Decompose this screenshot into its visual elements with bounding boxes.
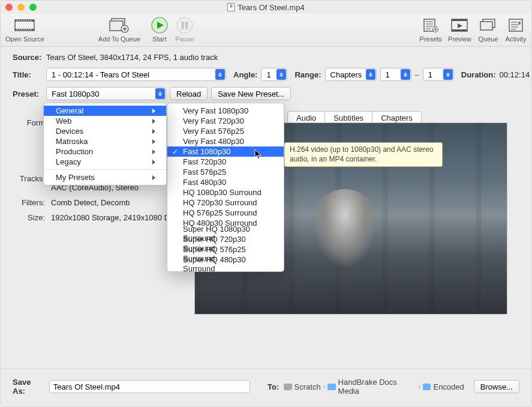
- preview-icon: [449, 16, 470, 34]
- destination-breadcrumb[interactable]: Scratch › HandBrake Docs Media › Encoded: [284, 378, 464, 396]
- cursor-icon: [254, 149, 263, 160]
- submenu-item[interactable]: Fast 1080p30: [167, 146, 284, 157]
- preview-label: Preview: [448, 35, 471, 43]
- breadcrumb-item: HandBrake Docs Media: [338, 378, 416, 396]
- queue-icon: [477, 16, 499, 34]
- to-label: To:: [267, 382, 279, 391]
- chevron-right-icon: [152, 109, 155, 113]
- svg-rect-24: [185, 22, 188, 29]
- presets-label: Presets: [420, 35, 442, 43]
- preset-category-menu: General Web Devices Matroska Production …: [43, 103, 167, 185]
- preset-label: Preset:: [13, 89, 43, 98]
- source-label: Source:: [13, 53, 43, 62]
- submenu-item[interactable]: Very Fast 480p30: [167, 136, 284, 146]
- menu-item-legacy[interactable]: Legacy: [44, 157, 166, 167]
- svg-rect-3: [16, 20, 17, 22]
- svg-rect-12: [21, 29, 22, 31]
- add-to-queue-button[interactable]: Add To Queue: [98, 16, 140, 43]
- dropdown-arrow-icon: [401, 69, 410, 80]
- submenu-item[interactable]: Super HQ 480p30 Surround: [167, 259, 284, 269]
- chevron-right-icon: [152, 129, 155, 134]
- svg-rect-13: [23, 29, 25, 31]
- toolbar: Open Source Add To Queue Start Pause Pre…: [1, 14, 531, 47]
- menu-item-my-presets[interactable]: My Presets: [44, 172, 166, 182]
- size-label: Size:: [13, 213, 51, 222]
- pause-label: Pause: [175, 35, 194, 43]
- window-title: Tears Of Steel.mp4: [1, 3, 531, 12]
- queue-label: Queue: [478, 35, 498, 43]
- submenu-item[interactable]: Very Fast 720p30: [167, 116, 284, 126]
- chevron-right-icon: [152, 160, 155, 164]
- pause-icon: [174, 16, 196, 34]
- svg-rect-29: [452, 29, 467, 31]
- svg-rect-15: [28, 29, 29, 31]
- preview-button[interactable]: Preview: [448, 16, 471, 43]
- activity-icon: [505, 16, 527, 34]
- angle-label: Angle:: [233, 70, 257, 79]
- preset-submenu-general: Very Fast 1080p30Very Fast 720p30Very Fa…: [167, 103, 284, 272]
- submenu-item[interactable]: Fast 720p30: [167, 157, 284, 167]
- start-button[interactable]: Start: [149, 16, 170, 43]
- source-value: Tears Of Steel, 3840x1714, 24 FPS, 1 aud…: [46, 53, 218, 62]
- filters-value: Comb Detect, Decomb: [51, 198, 130, 207]
- presets-icon: [420, 16, 441, 34]
- svg-rect-14: [26, 29, 27, 31]
- reload-button[interactable]: Reload: [170, 87, 208, 100]
- title-label: Title:: [13, 70, 43, 79]
- svg-rect-23: [182, 22, 184, 29]
- submenu-item[interactable]: Fast 576p25: [167, 167, 284, 177]
- dropdown-arrow-icon: [215, 69, 225, 80]
- size-value: 1920x1080 Storage, 2419x1080 Dis: [51, 213, 175, 222]
- window-title-text: Tears Of Steel.mp4: [238, 3, 304, 12]
- menu-item-web[interactable]: Web: [44, 116, 166, 126]
- chevron-right-icon: [152, 149, 155, 154]
- duration-label: Duration:: [461, 70, 496, 79]
- save-as-label: Save As:: [13, 378, 44, 396]
- activity-button[interactable]: Activity: [505, 16, 527, 43]
- save-new-preset-button[interactable]: Save New Preset...: [211, 87, 291, 100]
- svg-rect-4: [19, 20, 20, 22]
- submenu-item[interactable]: HQ 576p25 Surround: [167, 208, 284, 218]
- chevron-right-icon: [152, 175, 155, 180]
- titlebar: Tears Of Steel.mp4: [1, 1, 531, 14]
- menu-item-matroska[interactable]: Matroska: [44, 136, 166, 146]
- submenu-item[interactable]: Very Fast 1080p30: [167, 106, 284, 116]
- chevron-right-icon: ›: [323, 383, 326, 390]
- pause-button[interactable]: Pause: [174, 16, 196, 43]
- svg-rect-5: [21, 20, 22, 22]
- start-label: Start: [152, 35, 166, 43]
- svg-rect-16: [31, 29, 32, 31]
- open-source-button[interactable]: Open Source: [5, 16, 44, 43]
- svg-rect-8: [28, 20, 29, 22]
- dropdown-arrow-icon: [155, 88, 165, 99]
- queue-add-icon: [109, 16, 130, 34]
- submenu-item[interactable]: Fast 480p30: [167, 177, 284, 187]
- menu-separator: [44, 169, 166, 170]
- play-icon: [149, 16, 170, 34]
- title-select[interactable]: [46, 68, 226, 81]
- folder-icon: [327, 384, 335, 390]
- submenu-item[interactable]: Very Fast 576p25: [167, 126, 284, 136]
- queue-button[interactable]: Queue: [477, 16, 499, 43]
- svg-rect-6: [23, 20, 25, 22]
- activity-label: Activity: [506, 35, 527, 43]
- submenu-item[interactable]: HQ 1080p30 Surround: [167, 187, 284, 197]
- menu-item-general[interactable]: General: [44, 106, 166, 116]
- submenu-item[interactable]: HQ 720p30 Surround: [167, 197, 284, 208]
- svg-point-22: [177, 17, 193, 33]
- breadcrumb-item: Encoded: [433, 382, 464, 391]
- presets-button[interactable]: Presets: [420, 16, 442, 43]
- svg-rect-32: [480, 22, 492, 30]
- menu-item-devices[interactable]: Devices: [44, 126, 166, 136]
- filmstrip-icon: [14, 16, 35, 34]
- folder-icon: [423, 384, 431, 390]
- dropdown-arrow-icon: [366, 69, 375, 80]
- chevron-right-icon: [152, 139, 155, 144]
- browse-button[interactable]: Browse...: [474, 380, 519, 393]
- save-as-input[interactable]: [49, 380, 250, 393]
- preset-select[interactable]: [46, 87, 166, 100]
- add-to-queue-label: Add To Queue: [98, 35, 140, 43]
- range-dash: –: [415, 70, 419, 79]
- bottom-bar: Save As: To: Scratch › HandBrake Docs Me…: [1, 369, 531, 406]
- menu-item-production[interactable]: Production: [44, 146, 166, 157]
